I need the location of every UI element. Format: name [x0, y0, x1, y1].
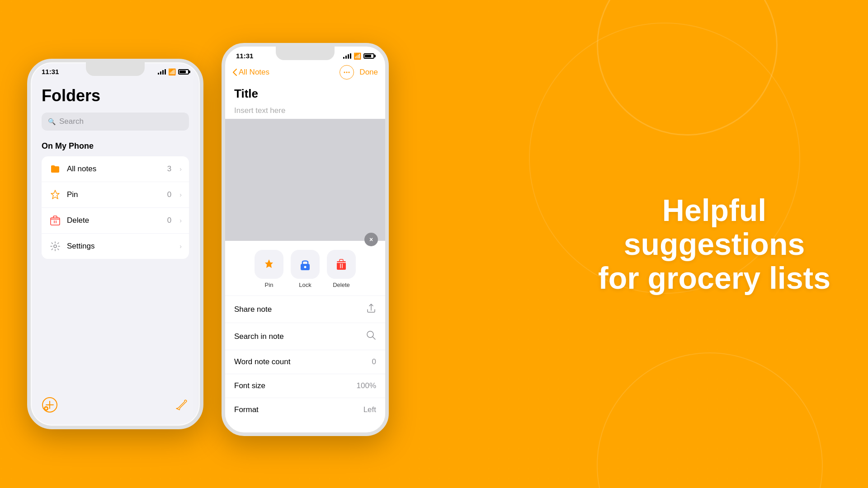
folders-list: All notes 3 › Pin 0 ›	[42, 156, 189, 259]
status-icons-1: 📶	[158, 68, 189, 75]
chevron-settings: ›	[179, 243, 182, 250]
search-in-note-label: Search in note	[234, 332, 284, 341]
phone-note-editor: 11:31 📶 All Notes	[222, 43, 389, 436]
more-options-button[interactable]	[340, 65, 354, 80]
svg-point-7	[346, 72, 348, 73]
search-in-note-row[interactable]: Search in note	[225, 323, 385, 350]
battery-icon-1	[178, 69, 189, 75]
font-size-row[interactable]: Font size 100%	[225, 374, 385, 398]
folder-icon-pin	[49, 188, 61, 201]
word-note-count-label: Word note count	[234, 357, 290, 366]
back-button[interactable]: All Notes	[232, 68, 269, 77]
lock-button[interactable]	[291, 250, 320, 279]
delete-button[interactable]	[327, 250, 356, 279]
action-menu: × Pin	[225, 241, 385, 422]
wifi-icon-2: 📶	[354, 52, 361, 60]
add-note-button[interactable]	[42, 397, 58, 413]
folder-count-all-notes: 3	[167, 164, 171, 174]
search-in-note-icon	[366, 330, 376, 343]
lock-label: Lock	[299, 282, 311, 288]
font-size-label: Font size	[234, 381, 265, 390]
phone-notch-1	[86, 62, 145, 76]
search-icon: 🔍	[48, 118, 56, 125]
note-title[interactable]: Title	[225, 83, 385, 103]
signal-icon-1	[158, 69, 166, 75]
font-size-value: 100%	[357, 381, 376, 390]
chevron-all-notes: ›	[179, 165, 182, 173]
right-text-section: Helpful suggestionsfor grocery lists	[597, 193, 832, 295]
pin-action-item: Pin	[255, 250, 283, 288]
word-note-count-value: 0	[372, 357, 376, 366]
note-navigation: All Notes Done	[225, 61, 385, 83]
back-label: All Notes	[239, 68, 269, 77]
delete-action-item: Delete	[327, 250, 356, 288]
note-content-area[interactable]	[225, 119, 385, 241]
svg-point-8	[349, 72, 350, 73]
search-placeholder: Search	[59, 117, 84, 126]
svg-point-6	[344, 72, 345, 73]
folder-count-pin: 0	[167, 190, 171, 199]
time-1: 11:31	[42, 68, 59, 75]
delete-label: Delete	[333, 282, 350, 288]
action-buttons-row: Pin Lock	[225, 241, 385, 296]
folders-content: Folders 🔍 Search On My Phone All notes	[31, 77, 200, 268]
format-label: Format	[234, 405, 259, 414]
pin-button[interactable]	[255, 250, 283, 279]
format-value: Left	[363, 405, 376, 414]
folder-item-all-notes[interactable]: All notes 3 ›	[42, 156, 189, 182]
svg-point-3	[54, 245, 57, 248]
folder-name-settings: Settings	[67, 242, 166, 251]
phone-bottom-bar-1	[31, 389, 200, 426]
folder-name-all-notes: All notes	[67, 164, 162, 174]
folder-item-delete[interactable]: Delete 0 ›	[42, 208, 189, 234]
word-note-count-row[interactable]: Word note count 0	[225, 350, 385, 374]
format-row[interactable]: Format Left	[225, 398, 385, 422]
wifi-icon-1: 📶	[168, 68, 176, 75]
chevron-pin: ›	[179, 191, 182, 198]
folder-name-delete: Delete	[67, 216, 162, 225]
note-body-placeholder[interactable]: Insert text here	[225, 103, 385, 119]
note-actions: Done	[340, 65, 378, 80]
folders-title: Folders	[42, 86, 189, 105]
close-action-menu-button[interactable]: ×	[364, 233, 378, 246]
share-note-label: Share note	[234, 305, 272, 314]
folder-item-settings[interactable]: Settings ›	[42, 234, 189, 259]
signal-icon-2	[343, 53, 351, 59]
svg-point-10	[304, 266, 307, 268]
share-icon	[366, 303, 376, 315]
folder-item-pin[interactable]: Pin 0 ›	[42, 182, 189, 208]
compose-note-button[interactable]	[173, 397, 189, 413]
on-my-phone-label: On My Phone	[42, 141, 189, 151]
phone-notch-2	[276, 47, 335, 60]
folder-count-delete: 0	[167, 216, 171, 225]
done-button[interactable]: Done	[359, 68, 378, 77]
lock-action-item: Lock	[291, 250, 320, 288]
pin-label: Pin	[265, 282, 274, 288]
share-note-row[interactable]: Share note	[225, 296, 385, 323]
phone-folders: 11:31 📶 Folders 🔍 Search	[27, 59, 203, 429]
folder-icon-all-notes	[49, 163, 61, 175]
time-2: 11:31	[236, 52, 253, 60]
chevron-delete: ›	[179, 217, 182, 224]
search-bar[interactable]: 🔍 Search	[42, 113, 189, 131]
folder-icon-delete	[49, 214, 61, 227]
battery-icon-2	[363, 53, 374, 59]
status-icons-2: 📶	[343, 52, 374, 60]
headline-text: Helpful suggestionsfor grocery lists	[597, 193, 832, 295]
folder-name-pin: Pin	[67, 190, 162, 199]
folder-icon-settings	[49, 240, 61, 253]
